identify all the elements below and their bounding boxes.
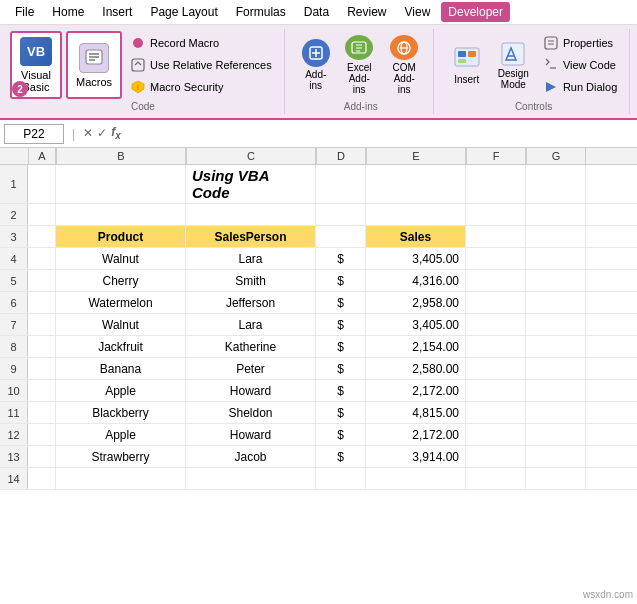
- cell-a11[interactable]: [28, 402, 56, 423]
- excel-add-ins-button[interactable]: ExcelAdd-ins: [339, 31, 380, 99]
- cell-salesperson-4[interactable]: Lara: [186, 248, 316, 269]
- cell-product-10[interactable]: Apple: [56, 380, 186, 401]
- cell-a3[interactable]: [28, 226, 56, 247]
- cell-product-7[interactable]: Walnut: [56, 314, 186, 335]
- menu-insert[interactable]: Insert: [95, 2, 139, 22]
- cell-salesperson-7[interactable]: Lara: [186, 314, 316, 335]
- cell-f14[interactable]: [466, 468, 526, 489]
- cell-e1[interactable]: [366, 165, 466, 203]
- cell-g3[interactable]: [526, 226, 586, 247]
- insert-button[interactable]: Insert: [446, 31, 488, 99]
- menu-page-layout[interactable]: Page Layout: [143, 2, 224, 22]
- cell-product-8[interactable]: Jackfruit: [56, 336, 186, 357]
- macro-security-button[interactable]: ! Macro Security: [126, 77, 276, 97]
- cell-sales-4[interactable]: 3,405.00: [366, 248, 466, 269]
- cell-a13[interactable]: [28, 446, 56, 467]
- cell-g11[interactable]: [526, 402, 586, 423]
- cell-f4[interactable]: [466, 248, 526, 269]
- cancel-formula-icon[interactable]: ✕: [83, 126, 93, 140]
- cell-c14[interactable]: [186, 468, 316, 489]
- cell-sales-13[interactable]: 3,914.00: [366, 446, 466, 467]
- cell-g1[interactable]: [526, 165, 586, 203]
- cell-a9[interactable]: [28, 358, 56, 379]
- cell-a5[interactable]: [28, 270, 56, 291]
- cell-g8[interactable]: [526, 336, 586, 357]
- cell-salesperson-6[interactable]: Jefferson: [186, 292, 316, 313]
- cell-b14[interactable]: [56, 468, 186, 489]
- cell-sales-7[interactable]: 3,405.00: [366, 314, 466, 335]
- cell-dollar-6[interactable]: $: [316, 292, 366, 313]
- record-macro-button[interactable]: Record Macro: [126, 33, 276, 53]
- cell-f9[interactable]: [466, 358, 526, 379]
- relative-references-button[interactable]: Use Relative References: [126, 55, 276, 75]
- cell-salesperson-10[interactable]: Howard: [186, 380, 316, 401]
- cell-dollar-13[interactable]: $: [316, 446, 366, 467]
- cell-a12[interactable]: [28, 424, 56, 445]
- cell-dollar-7[interactable]: $: [316, 314, 366, 335]
- col-header-e[interactable]: E: [366, 148, 466, 164]
- cell-product-5[interactable]: Cherry: [56, 270, 186, 291]
- cell-salesperson-12[interactable]: Howard: [186, 424, 316, 445]
- cell-f1[interactable]: [466, 165, 526, 203]
- cell-sales-10[interactable]: 2,172.00: [366, 380, 466, 401]
- cell-product-13[interactable]: Strawberry: [56, 446, 186, 467]
- menu-data[interactable]: Data: [297, 2, 336, 22]
- cell-f5[interactable]: [466, 270, 526, 291]
- cell-f2[interactable]: [466, 204, 526, 225]
- cell-reference[interactable]: [4, 124, 64, 144]
- insert-function-icon[interactable]: fx: [111, 125, 121, 141]
- cell-f3[interactable]: [466, 226, 526, 247]
- cell-e14[interactable]: [366, 468, 466, 489]
- cell-sales-5[interactable]: 4,316.00: [366, 270, 466, 291]
- cell-salesperson-13[interactable]: Jacob: [186, 446, 316, 467]
- cell-sales-9[interactable]: 2,580.00: [366, 358, 466, 379]
- col-header-a[interactable]: A: [28, 148, 56, 164]
- cell-dollar-4[interactable]: $: [316, 248, 366, 269]
- col-header-g[interactable]: G: [526, 148, 586, 164]
- cell-b1[interactable]: [56, 165, 186, 203]
- cell-g5[interactable]: [526, 270, 586, 291]
- formula-input[interactable]: [125, 125, 633, 143]
- view-code-button[interactable]: View Code: [539, 55, 621, 75]
- cell-a10[interactable]: [28, 380, 56, 401]
- cell-f7[interactable]: [466, 314, 526, 335]
- cell-salesperson-11[interactable]: Sheldon: [186, 402, 316, 423]
- cell-product-9[interactable]: Banana: [56, 358, 186, 379]
- cell-d2[interactable]: [316, 204, 366, 225]
- menu-review[interactable]: Review: [340, 2, 393, 22]
- menu-file[interactable]: File: [8, 2, 41, 22]
- cell-product-4[interactable]: Walnut: [56, 248, 186, 269]
- cell-e3-header[interactable]: Sales: [366, 226, 466, 247]
- cell-a14[interactable]: [28, 468, 56, 489]
- menu-view[interactable]: View: [398, 2, 438, 22]
- cell-a6[interactable]: [28, 292, 56, 313]
- cell-dollar-10[interactable]: $: [316, 380, 366, 401]
- cell-d1[interactable]: [316, 165, 366, 203]
- cell-d3[interactable]: [316, 226, 366, 247]
- cell-g9[interactable]: [526, 358, 586, 379]
- cell-a2[interactable]: [28, 204, 56, 225]
- cell-g6[interactable]: [526, 292, 586, 313]
- cell-g12[interactable]: [526, 424, 586, 445]
- cell-g2[interactable]: [526, 204, 586, 225]
- cell-a4[interactable]: [28, 248, 56, 269]
- cell-dollar-8[interactable]: $: [316, 336, 366, 357]
- cell-f12[interactable]: [466, 424, 526, 445]
- menu-formulas[interactable]: Formulas: [229, 2, 293, 22]
- cell-dollar-12[interactable]: $: [316, 424, 366, 445]
- confirm-formula-icon[interactable]: ✓: [97, 126, 107, 140]
- cell-f13[interactable]: [466, 446, 526, 467]
- cell-product-11[interactable]: Blackberry: [56, 402, 186, 423]
- cell-e2[interactable]: [366, 204, 466, 225]
- col-header-c[interactable]: C: [186, 148, 316, 164]
- cell-sales-8[interactable]: 2,154.00: [366, 336, 466, 357]
- cell-sales-6[interactable]: 2,958.00: [366, 292, 466, 313]
- cell-g7[interactable]: [526, 314, 586, 335]
- cell-a1[interactable]: [28, 165, 56, 203]
- cell-sales-11[interactable]: 4,815.00: [366, 402, 466, 423]
- cell-c3-header[interactable]: SalesPerson: [186, 226, 316, 247]
- cell-g14[interactable]: [526, 468, 586, 489]
- cell-b3-header[interactable]: Product: [56, 226, 186, 247]
- cell-salesperson-5[interactable]: Smith: [186, 270, 316, 291]
- cell-sales-12[interactable]: 2,172.00: [366, 424, 466, 445]
